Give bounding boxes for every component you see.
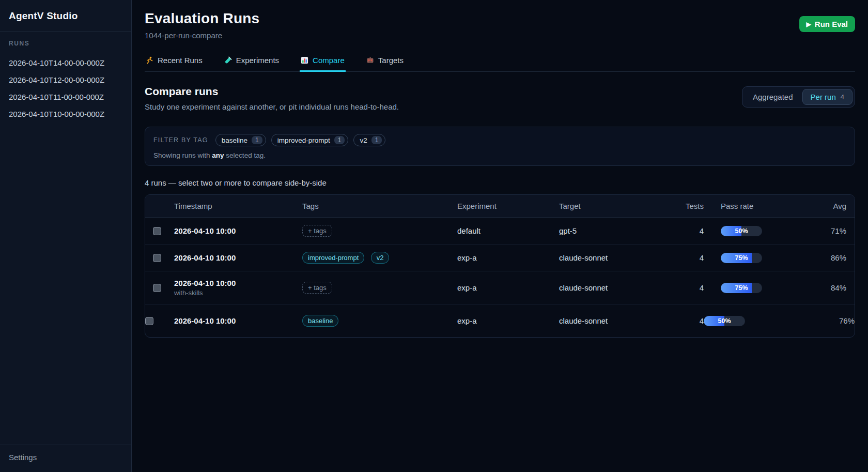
- run-tests: 4: [700, 253, 704, 262]
- col-header-avg: Avg: [765, 195, 855, 218]
- robot-icon: [366, 56, 374, 64]
- run-timestamp: 2026-04-10 10:00: [174, 226, 302, 235]
- row-checkbox[interactable]: [153, 227, 161, 235]
- run-experiment: default: [457, 226, 481, 235]
- tab-label: Compare: [313, 56, 345, 65]
- compare-section-header: Compare runs Study one experiment agains…: [145, 85, 855, 111]
- toggle-label: Aggregated: [753, 93, 793, 101]
- col-header-target: Target: [559, 195, 657, 218]
- play-icon: ▶: [807, 21, 811, 28]
- test-tube-icon: [224, 56, 232, 64]
- compare-description: Study one experiment against another, or…: [145, 102, 399, 111]
- run-tag-chip[interactable]: improved-prompt: [302, 252, 364, 264]
- tab-label: Experiments: [236, 56, 279, 65]
- sidebar-header: AgentV Studio: [0, 0, 131, 32]
- run-eval-label: Run Eval: [815, 20, 848, 28]
- compare-heading: Compare runs: [145, 85, 399, 98]
- header-checkbox-spacer: [145, 195, 174, 218]
- sidebar-run-item[interactable]: 2026-04-10T14-00-00-000Z: [9, 54, 122, 71]
- filter-tag-name: improved-prompt: [277, 136, 330, 144]
- pass-rate-label: 75%: [721, 253, 762, 263]
- toggle-count: 4: [841, 93, 844, 101]
- tab-recent-runs[interactable]: Recent Runs: [145, 53, 204, 72]
- run-tag-chip[interactable]: baseline: [302, 315, 338, 327]
- pass-rate-label: 50%: [721, 226, 762, 236]
- run-timestamp: 2026-04-10 10:00: [174, 316, 302, 325]
- col-header-tests: Tests: [657, 195, 704, 218]
- page-header: Evaluation Runs 1044-per-run-compare ▶ R…: [145, 10, 855, 40]
- filter-tag-count: 1: [334, 136, 345, 144]
- tab-targets[interactable]: Targets: [365, 53, 405, 72]
- sidebar-run-item[interactable]: 2026-04-10T12-00-00-000Z: [9, 71, 122, 88]
- run-target: gpt-5: [559, 226, 577, 235]
- sidebar-run-list: RUNS 2026-04-10T14-00-00-000Z 2026-04-10…: [0, 32, 131, 445]
- table-row: 2026-04-10 10:00 + tags default gpt-5 4 …: [145, 218, 855, 245]
- run-experiment: exp-a: [457, 283, 477, 292]
- run-tests: 4: [700, 316, 704, 325]
- table-row: 2026-04-10 10:00 baseline exp-a claude-s…: [145, 304, 855, 338]
- filter-label: FILTER BY TAG: [153, 136, 208, 144]
- add-tags-button[interactable]: + tags: [302, 282, 332, 294]
- run-avg: 84%: [831, 283, 846, 292]
- toggle-per-run[interactable]: Per run 4: [802, 89, 853, 105]
- run-avg: 76%: [839, 316, 855, 325]
- table-row: 2026-04-10 10:00 improved-prompt v2 exp-…: [145, 245, 855, 271]
- row-checkbox[interactable]: [145, 317, 153, 325]
- col-header-tags: Tags: [302, 195, 457, 218]
- run-target: claude-sonnet: [559, 253, 608, 262]
- filter-tag-count: 1: [371, 136, 382, 144]
- pass-rate-bar: 75%: [721, 283, 762, 293]
- tab-experiments[interactable]: Experiments: [223, 53, 280, 72]
- runs-section-label: RUNS: [9, 40, 122, 47]
- run-timestamp: 2026-04-10 10:00: [174, 279, 302, 287]
- add-tags-button[interactable]: + tags: [302, 225, 332, 237]
- pass-rate-label: 50%: [704, 316, 745, 326]
- tab-bar: Recent Runs Experiments Compare: [145, 53, 855, 72]
- toggle-label: Per run: [811, 93, 836, 101]
- row-checkbox[interactable]: [153, 284, 161, 292]
- runs-table-card: Timestamp Tags Experiment Target Tests P…: [145, 194, 855, 338]
- col-header-timestamp: Timestamp: [174, 195, 302, 218]
- app-title: AgentV Studio: [9, 10, 122, 22]
- run-eval-button[interactable]: ▶ Run Eval: [799, 16, 855, 32]
- run-tests: 4: [700, 283, 704, 292]
- pass-rate-bar: 50%: [704, 316, 745, 326]
- runs-summary: 4 runs — select two or more to compare s…: [145, 178, 855, 187]
- filter-tag-v2[interactable]: v2 1: [353, 134, 385, 146]
- run-avg: 86%: [831, 253, 846, 262]
- run-target: claude-sonnet: [559, 283, 608, 292]
- runner-icon: [146, 56, 153, 64]
- page-subtitle: 1044-per-run-compare: [145, 31, 259, 40]
- run-timestamp: 2026-04-10 10:00: [174, 253, 302, 262]
- run-target: claude-sonnet: [559, 316, 608, 325]
- run-tag-chip[interactable]: v2: [371, 252, 390, 264]
- toggle-aggregated[interactable]: Aggregated: [745, 89, 801, 105]
- sidebar: AgentV Studio RUNS 2026-04-10T14-00-00-0…: [0, 0, 132, 472]
- run-sub-label: with-skills: [174, 289, 302, 297]
- table-header-row: Timestamp Tags Experiment Target Tests P…: [145, 195, 855, 218]
- sidebar-footer: Settings: [0, 445, 131, 472]
- tab-compare[interactable]: Compare: [300, 53, 346, 72]
- tab-label: Recent Runs: [158, 56, 203, 65]
- tab-label: Targets: [378, 56, 404, 65]
- filter-by-tag-card: FILTER BY TAG baseline 1 improved-prompt…: [145, 127, 855, 166]
- run-experiment: exp-a: [457, 253, 477, 262]
- run-tests: 4: [700, 226, 704, 235]
- runs-table: Timestamp Tags Experiment Target Tests P…: [145, 195, 855, 337]
- pass-rate-bar: 75%: [721, 253, 762, 263]
- filter-tag-name: v2: [360, 136, 367, 144]
- filter-tag-improved-prompt[interactable]: improved-prompt 1: [271, 134, 349, 146]
- filter-tag-name: baseline: [222, 136, 247, 144]
- pass-rate-bar: 50%: [721, 226, 762, 236]
- bar-chart-icon: [301, 56, 308, 64]
- table-row: 2026-04-10 10:00 with-skills + tags exp-…: [145, 271, 855, 304]
- sidebar-run-item[interactable]: 2026-04-10T10-00-00-000Z: [9, 105, 122, 123]
- run-experiment: exp-a: [457, 316, 477, 325]
- col-header-pass-rate: Pass rate: [704, 195, 765, 218]
- main-content: Evaluation Runs 1044-per-run-compare ▶ R…: [132, 0, 868, 472]
- filter-tag-baseline[interactable]: baseline 1: [215, 134, 266, 146]
- settings-link[interactable]: Settings: [9, 453, 122, 462]
- run-avg: 71%: [831, 226, 846, 235]
- sidebar-run-item[interactable]: 2026-04-10T11-00-00-000Z: [9, 88, 122, 105]
- row-checkbox[interactable]: [153, 254, 161, 262]
